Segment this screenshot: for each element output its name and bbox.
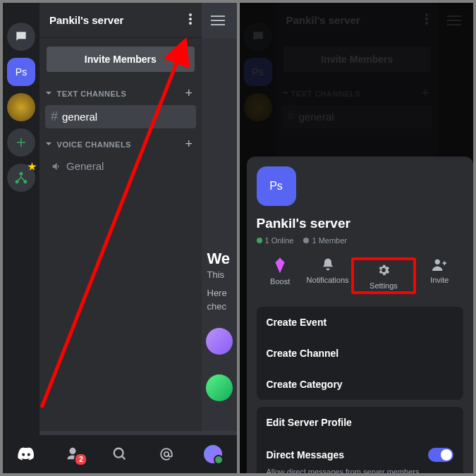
suggestion-pill-1[interactable]	[206, 328, 233, 355]
discord-channel-list-screen: Ps Pankil's server Invite Members TEX	[3, 3, 237, 473]
voice-channels-category[interactable]: VOICE CHANNELS +	[39, 130, 202, 154]
user-plus-icon	[432, 257, 447, 271]
chevron-down-icon	[45, 140, 52, 149]
chevron-down-icon	[45, 90, 52, 98]
channel-panel: Pankil's server Invite Members TEXT CHAN…	[39, 3, 202, 431]
welcome-sub: Here	[202, 286, 237, 300]
create-event[interactable]: Create Event	[257, 307, 464, 338]
notifications-button[interactable]: Notifications	[304, 257, 351, 294]
direct-messages-toggle[interactable]: Direct Messages	[257, 438, 464, 472]
tab-search[interactable]	[109, 444, 130, 465]
dm-button[interactable]	[7, 23, 35, 51]
edit-server-profile[interactable]: Edit Server Profile	[257, 407, 464, 438]
online-dot-icon	[257, 238, 262, 243]
server-menu-kebab[interactable]	[189, 13, 192, 27]
dm-subtitle: Allow direct messages from server member…	[257, 468, 464, 473]
gear-icon	[377, 263, 391, 277]
kebab-icon	[189, 13, 192, 25]
toggle-switch[interactable]	[428, 448, 453, 462]
text-channels-category[interactable]: TEXT CHANNELS +	[39, 79, 202, 104]
action-label: Boost	[270, 277, 290, 286]
voice-channels-label: VOICE CHANNELS	[57, 140, 131, 149]
student-hub-button[interactable]	[7, 164, 35, 192]
svg-rect-7	[211, 20, 225, 21]
add-server-button[interactable]	[7, 128, 35, 157]
welcome-title: We	[202, 250, 237, 268]
channel-label: general	[62, 111, 97, 123]
channel-general-voice[interactable]: General	[45, 156, 196, 176]
create-group: Create Event Create Channel Create Categ…	[257, 307, 464, 400]
chat-content-peek: We This Here chec	[202, 38, 237, 431]
server-status: 1 Online 1 Member	[257, 236, 464, 245]
discord-logo-icon	[17, 447, 35, 461]
welcome-sub: chec	[202, 300, 237, 314]
tab-mentions[interactable]	[156, 444, 177, 465]
server-icon-active[interactable]: Ps	[7, 58, 35, 86]
svg-point-9	[114, 448, 123, 458]
profile-group: Edit Server Profile Direct Messages Allo…	[257, 407, 464, 473]
bottom-tab-bar: 2	[3, 435, 237, 473]
tab-home[interactable]	[16, 444, 37, 465]
action-label: Invite	[430, 276, 448, 284]
suggestion-pill-2[interactable]	[206, 374, 233, 401]
online-count: 1 Online	[265, 236, 294, 245]
svg-rect-6	[211, 16, 225, 17]
quick-actions: Boost Notifications Settings Invite	[257, 257, 464, 294]
channel-general-text[interactable]: # general	[45, 105, 196, 128]
server-rail: Ps	[3, 3, 39, 473]
add-voice-channel[interactable]: +	[185, 137, 193, 152]
svg-rect-8	[211, 24, 225, 25]
member-list-toggle[interactable]	[202, 3, 234, 38]
notification-badge: 2	[74, 453, 87, 466]
plus-icon	[15, 136, 28, 149]
channel-label: General	[66, 160, 104, 172]
server-icon-2[interactable]	[7, 93, 35, 121]
server-actions-sheet: Ps Pankil's server 1 Online 1 Member Boo…	[247, 157, 474, 473]
svg-point-18	[435, 260, 440, 264]
hash-icon: #	[51, 109, 58, 124]
invite-members-button[interactable]: Invite Members	[47, 47, 195, 72]
svg-point-10	[164, 452, 169, 456]
boost-button[interactable]: Boost	[257, 257, 304, 294]
mention-icon	[159, 446, 174, 462]
settings-button[interactable]: Settings	[351, 257, 415, 294]
bell-icon	[321, 257, 335, 271]
hamburger-icon	[211, 16, 225, 25]
hub-tree-icon	[14, 171, 28, 185]
create-category[interactable]: Create Category	[257, 369, 464, 400]
text-channels-label: TEXT CHANNELS	[57, 90, 127, 98]
action-label: Settings	[370, 281, 398, 290]
server-title: Pankil's server	[49, 14, 123, 26]
svg-point-0	[20, 172, 23, 176]
search-icon	[112, 446, 128, 462]
speaker-icon	[51, 161, 62, 172]
add-text-channel[interactable]: +	[185, 86, 193, 101]
tab-profile[interactable]	[202, 444, 224, 465]
member-dot-icon	[303, 238, 309, 243]
server-name: Pankil's server	[257, 216, 464, 231]
invite-button[interactable]: Invite	[416, 257, 463, 294]
welcome-sub: This	[202, 268, 237, 282]
svg-point-5	[189, 22, 192, 25]
boost-icon	[272, 257, 288, 273]
discord-server-menu-screen: Ps Pankil's server Invite Members TEXT C…	[240, 3, 474, 473]
tab-calls[interactable]: 2	[62, 444, 83, 465]
svg-point-3	[189, 13, 192, 16]
chat-bubble-icon	[14, 30, 28, 44]
create-channel[interactable]: Create Channel	[257, 338, 464, 369]
svg-point-4	[189, 18, 192, 20]
member-count: 1 Member	[312, 236, 347, 245]
user-avatar	[204, 445, 222, 463]
action-label: Notifications	[307, 276, 349, 284]
server-icon[interactable]: Ps	[257, 166, 296, 206]
server-header[interactable]: Pankil's server	[39, 3, 202, 38]
dm-title: Direct Messages	[267, 449, 345, 460]
